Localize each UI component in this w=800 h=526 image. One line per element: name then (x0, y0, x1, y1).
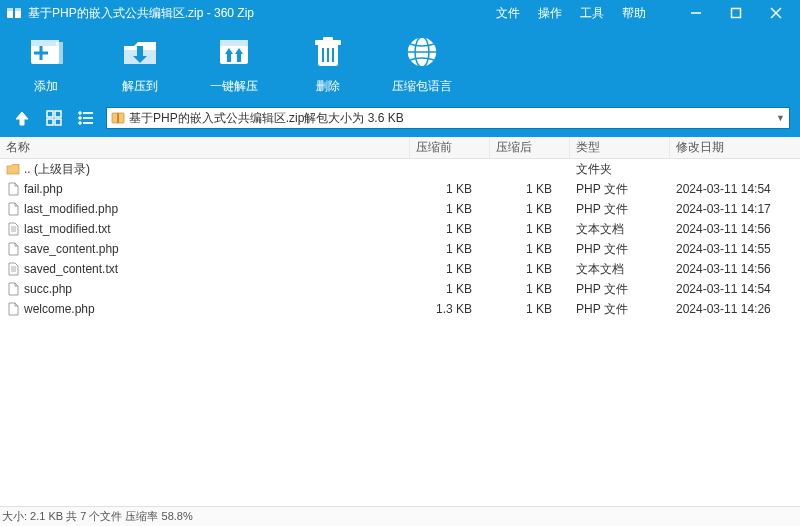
cell-type: PHP 文件 (570, 279, 670, 299)
cell-after: 1 KB (490, 299, 570, 319)
minimize-button[interactable] (676, 0, 716, 26)
svg-rect-9 (56, 42, 63, 64)
file-name: succ.php (24, 282, 72, 296)
table-row[interactable]: .. (上级目录)文件夹 (0, 159, 800, 179)
toolbar: 添加 解压到 一键解压 删除 压缩包语言 (0, 26, 800, 103)
cell-after: 1 KB (490, 199, 570, 219)
cell-date: 2024-03-11 14:26 (670, 299, 800, 319)
cell-date: 2024-03-11 14:17 (670, 199, 800, 219)
col-name[interactable]: 名称 (0, 137, 410, 158)
delete-button[interactable]: 删除 (298, 32, 358, 95)
file-icon (6, 202, 20, 216)
maximize-button[interactable] (716, 0, 756, 26)
svg-rect-38 (117, 113, 119, 123)
menu-tools[interactable]: 工具 (580, 5, 604, 22)
table-row[interactable]: welcome.php1.3 KB1 KBPHP 文件2024-03-11 14… (0, 299, 800, 319)
status-bar: 大小: 2.1 KB 共 7 个文件 压缩率 58.8% (0, 506, 800, 526)
file-icon (6, 222, 20, 236)
menu-file[interactable]: 文件 (496, 5, 520, 22)
cell-date: 2024-03-11 14:54 (670, 179, 800, 199)
language-label: 压缩包语言 (392, 78, 452, 95)
view-thumb-button[interactable] (42, 107, 66, 129)
file-name: fail.php (24, 182, 63, 196)
navbar: 基于PHP的嵌入式公共编辑区.zip解包大小为 3.6 KB ▼ (0, 103, 800, 137)
cell-after (490, 159, 570, 179)
svg-rect-30 (55, 119, 61, 125)
file-icon (6, 282, 20, 296)
svg-rect-14 (220, 40, 248, 46)
table-row[interactable]: saved_content.txt1 KB1 KB文本文档2024-03-11 … (0, 259, 800, 279)
extract-to-button[interactable]: 解压到 (110, 32, 170, 95)
one-click-extract-button[interactable]: 一键解压 (204, 32, 264, 95)
globe-icon (402, 32, 442, 72)
cell-type: 文本文档 (570, 259, 670, 279)
cell-type: PHP 文件 (570, 239, 670, 259)
svg-rect-8 (31, 40, 59, 46)
file-name: saved_content.txt (24, 262, 118, 276)
cell-date (670, 159, 800, 179)
file-icon (6, 182, 20, 196)
cell-after: 1 KB (490, 279, 570, 299)
path-dropdown-icon[interactable]: ▼ (776, 113, 785, 123)
col-after[interactable]: 压缩后 (490, 137, 570, 158)
delete-icon (308, 32, 348, 72)
table-row[interactable]: succ.php1 KB1 KBPHP 文件2024-03-11 14:54 (0, 279, 800, 299)
svg-rect-16 (237, 54, 241, 62)
app-icon (6, 5, 22, 21)
cell-before: 1 KB (410, 199, 490, 219)
menu-bar: 文件 操作 工具 帮助 (496, 5, 646, 22)
cell-after: 1 KB (490, 179, 570, 199)
cell-before: 1 KB (410, 219, 490, 239)
menu-help[interactable]: 帮助 (622, 5, 646, 22)
menu-operate[interactable]: 操作 (538, 5, 562, 22)
file-name: last_modified.php (24, 202, 118, 216)
svg-rect-15 (227, 54, 231, 62)
cell-before: 1 KB (410, 279, 490, 299)
list-header: 名称 压缩前 压缩后 类型 修改日期 (0, 137, 800, 159)
cell-before: 1 KB (410, 239, 490, 259)
svg-rect-27 (47, 111, 53, 117)
file-name: save_content.php (24, 242, 119, 256)
cell-before: 1 KB (410, 179, 490, 199)
table-row[interactable]: save_content.php1 KB1 KBPHP 文件2024-03-11… (0, 239, 800, 259)
svg-point-35 (79, 117, 82, 120)
cell-before: 1.3 KB (410, 299, 490, 319)
status-text: 大小: 2.1 KB 共 7 个文件 压缩率 58.8% (2, 509, 193, 524)
col-type[interactable]: 类型 (570, 137, 670, 158)
add-button[interactable]: 添加 (16, 32, 76, 95)
file-name: welcome.php (24, 302, 95, 316)
up-button[interactable] (10, 107, 34, 129)
cell-date: 2024-03-11 14:56 (670, 219, 800, 239)
one-click-label: 一键解压 (210, 78, 258, 95)
file-icon (6, 302, 20, 316)
file-icon (6, 262, 20, 276)
table-row[interactable]: last_modified.php1 KB1 KBPHP 文件2024-03-1… (0, 199, 800, 219)
file-list: 名称 压缩前 压缩后 类型 修改日期 .. (上级目录)文件夹fail.php1… (0, 137, 800, 506)
table-row[interactable]: last_modified.txt1 KB1 KB文本文档2024-03-11 … (0, 219, 800, 239)
extract-to-icon (120, 32, 160, 72)
table-row[interactable]: fail.php1 KB1 KBPHP 文件2024-03-11 14:54 (0, 179, 800, 199)
delete-label: 删除 (316, 78, 340, 95)
path-input[interactable]: 基于PHP的嵌入式公共编辑区.zip解包大小为 3.6 KB ▼ (106, 107, 790, 129)
col-before[interactable]: 压缩前 (410, 137, 490, 158)
svg-rect-28 (55, 111, 61, 117)
file-icon (6, 162, 20, 176)
path-text: 基于PHP的嵌入式公共编辑区.zip解包大小为 3.6 KB (129, 110, 404, 127)
cell-type: PHP 文件 (570, 299, 670, 319)
cell-after: 1 KB (490, 219, 570, 239)
svg-rect-19 (323, 37, 333, 41)
window-title: 基于PHP的嵌入式公共编辑区.zip - 360 Zip (28, 5, 254, 22)
cell-type: 文件夹 (570, 159, 670, 179)
cell-date: 2024-03-11 14:54 (670, 279, 800, 299)
one-click-icon (214, 32, 254, 72)
archive-icon (111, 111, 125, 125)
view-list-button[interactable] (74, 107, 98, 129)
cell-date: 2024-03-11 14:56 (670, 259, 800, 279)
file-name: .. (上级目录) (24, 161, 90, 178)
language-button[interactable]: 压缩包语言 (392, 32, 452, 95)
col-date[interactable]: 修改日期 (670, 137, 800, 158)
cell-type: PHP 文件 (570, 179, 670, 199)
extract-to-label: 解压到 (122, 78, 158, 95)
file-name: last_modified.txt (24, 222, 111, 236)
close-button[interactable] (756, 0, 796, 26)
